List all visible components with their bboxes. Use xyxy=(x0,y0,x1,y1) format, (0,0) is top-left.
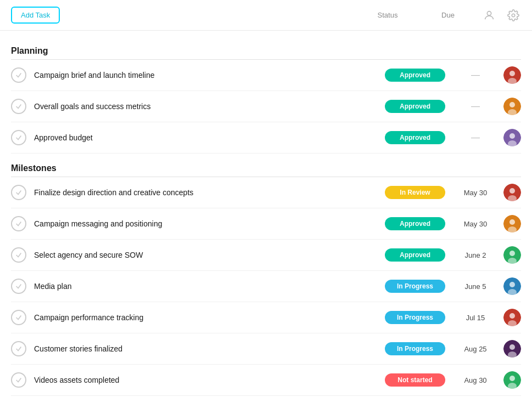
status-badge[interactable]: In Progress xyxy=(385,280,445,293)
header-icons xyxy=(481,8,521,23)
task-row: Videos assets completedNot startedAug 30 xyxy=(11,365,521,396)
status-badge[interactable]: Approved xyxy=(385,217,445,230)
task-row: Campaign performance trackingIn Progress… xyxy=(11,302,521,333)
task-name: Approved budget xyxy=(34,133,385,142)
task-check-icon[interactable] xyxy=(11,130,26,145)
avatar xyxy=(503,277,521,295)
svg-point-3 xyxy=(509,71,515,76)
status-badge[interactable]: Approved xyxy=(385,100,445,113)
header-columns: Status Due xyxy=(352,8,521,23)
svg-point-30 xyxy=(509,376,515,381)
task-row: Select agency and secure SOWApprovedJune… xyxy=(11,240,521,271)
svg-point-12 xyxy=(509,188,515,194)
svg-point-0 xyxy=(487,11,491,15)
task-name: Customer stories finalized xyxy=(34,344,385,353)
avatar xyxy=(503,215,521,232)
task-check-icon[interactable] xyxy=(11,67,26,83)
task-name: Media plan xyxy=(34,282,385,291)
due-date: Aug 25 xyxy=(456,345,495,353)
status-badge[interactable]: Not started xyxy=(385,373,445,387)
svg-point-15 xyxy=(509,219,515,225)
task-check-icon[interactable] xyxy=(11,185,26,200)
task-name: Finalize design direction and creative c… xyxy=(34,188,385,197)
avatar xyxy=(503,371,521,389)
page-header: Add Task Status Due xyxy=(0,0,532,31)
svg-point-18 xyxy=(509,251,515,256)
task-row: Campaign messaging and positioningApprov… xyxy=(11,208,521,240)
main-content: PlanningCampaign brief and launch timeli… xyxy=(0,31,532,397)
task-row: Finalize design direction and creative c… xyxy=(11,177,521,208)
due-date: June 2 xyxy=(456,251,495,259)
avatar xyxy=(503,66,521,84)
due-date: June 5 xyxy=(456,282,495,291)
due-date: May 30 xyxy=(456,220,495,228)
task-row: Media planIn ProgressJune 5 xyxy=(11,271,521,302)
svg-point-21 xyxy=(509,282,515,287)
due-date: — xyxy=(456,101,495,111)
header-status-label: Status xyxy=(352,11,423,19)
svg-point-24 xyxy=(509,313,515,319)
task-check-icon[interactable] xyxy=(11,247,26,263)
avatar xyxy=(503,309,521,326)
add-task-button[interactable]: Add Task xyxy=(11,7,60,24)
avatar xyxy=(503,340,521,358)
avatar xyxy=(503,246,521,264)
avatar xyxy=(503,129,521,146)
user-icon[interactable] xyxy=(481,8,497,23)
avatar xyxy=(503,184,521,201)
task-check-icon[interactable] xyxy=(11,341,26,356)
header-due-label: Due xyxy=(423,11,473,19)
status-badge[interactable]: In Progress xyxy=(385,311,445,324)
task-check-icon[interactable] xyxy=(11,279,26,294)
section-title: Milestones xyxy=(11,154,521,177)
task-name: Videos assets completed xyxy=(34,376,385,384)
task-name: Select agency and secure SOW xyxy=(34,251,385,259)
status-badge[interactable]: Approved xyxy=(385,69,445,82)
status-badge[interactable]: In Review xyxy=(385,186,445,199)
task-name: Overall goals and success metrics xyxy=(34,102,385,111)
task-name: Campaign performance tracking xyxy=(34,313,385,322)
due-date: Aug 30 xyxy=(456,376,495,384)
due-date: Jul 15 xyxy=(456,314,495,322)
status-badge[interactable]: In Progress xyxy=(385,342,445,355)
task-row: Approved budgetApproved— xyxy=(11,122,521,154)
task-check-icon[interactable] xyxy=(11,310,26,325)
task-row: Campaign brief and launch timelineApprov… xyxy=(11,60,521,91)
task-check-icon[interactable] xyxy=(11,372,26,388)
status-badge[interactable]: Approved xyxy=(385,248,445,262)
task-check-icon[interactable] xyxy=(11,99,26,114)
task-check-icon[interactable] xyxy=(11,216,26,231)
task-name: Campaign messaging and positioning xyxy=(34,219,385,228)
svg-point-1 xyxy=(512,14,515,17)
svg-point-6 xyxy=(509,102,515,107)
status-badge[interactable]: Approved xyxy=(385,131,445,144)
due-date: — xyxy=(456,70,495,80)
due-date: May 30 xyxy=(456,189,495,197)
svg-point-9 xyxy=(509,133,515,139)
settings-icon[interactable] xyxy=(506,8,521,23)
task-row: Overall goals and success metricsApprove… xyxy=(11,91,521,122)
avatar xyxy=(503,98,521,115)
svg-point-27 xyxy=(509,344,515,350)
task-name: Campaign brief and launch timeline xyxy=(34,71,385,80)
section-title: Planning xyxy=(11,36,521,59)
due-date: — xyxy=(456,133,495,143)
task-row: Customer stories finalizedIn ProgressAug… xyxy=(11,333,521,365)
